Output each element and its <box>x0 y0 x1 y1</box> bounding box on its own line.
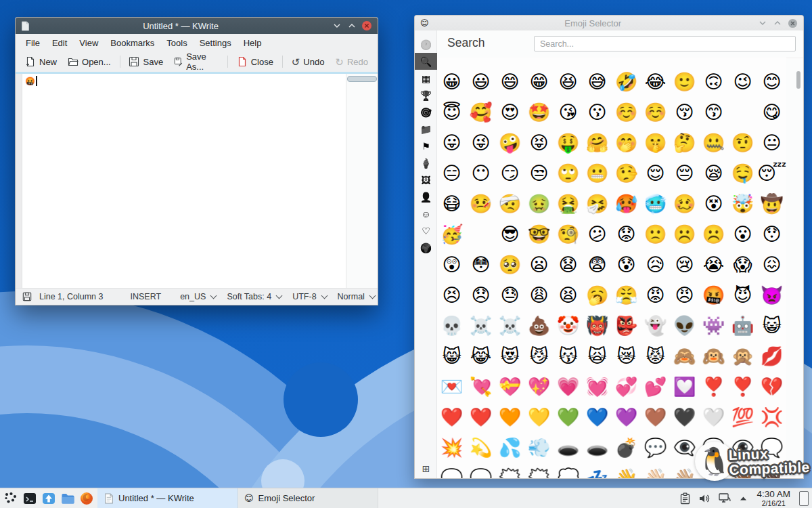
emoji-cell[interactable]: 🙃 <box>699 67 728 98</box>
emoji-cell[interactable]: 👺 <box>612 311 641 341</box>
close-icon[interactable] <box>787 18 798 28</box>
emoji-cell[interactable]: 🕳️ <box>583 433 612 463</box>
emoji-cell[interactable]: ☺️ <box>612 98 641 128</box>
emoji-cell[interactable]: 🤪 <box>495 128 524 158</box>
emoji-cell[interactable]: 💀 <box>437 311 466 341</box>
category-games-icon[interactable]: 🎯 <box>415 104 437 121</box>
emoji-cell[interactable]: 😰 <box>612 250 641 280</box>
category-objects-icon[interactable]: 📁 <box>415 121 437 137</box>
menu-item-tools[interactable]: Tools <box>160 37 193 49</box>
emoji-cell[interactable]: 😾 <box>641 341 670 372</box>
emoji-cell[interactable]: 🤐 <box>699 128 728 158</box>
emoji-cell[interactable]: 💔 <box>757 372 786 402</box>
emoji-cell[interactable]: 👾 <box>699 311 728 341</box>
emoji-cell[interactable]: 😙 <box>699 98 728 128</box>
emoji-cell[interactable]: 👋🏻 <box>641 463 670 478</box>
emoji-cell[interactable]: 😢 <box>670 250 699 280</box>
volume-icon[interactable] <box>698 493 710 504</box>
emoji-cell[interactable]: 💭 <box>554 463 583 478</box>
emoji-cell[interactable]: 😁 <box>524 67 554 98</box>
emoji-cell[interactable]: 👋 <box>612 463 641 478</box>
emoji-cell[interactable]: 😺 <box>757 311 786 341</box>
emoji-cell[interactable]: 😗 <box>583 98 612 128</box>
emoji-cell[interactable]: 🙉 <box>699 341 728 372</box>
network-icon[interactable] <box>718 492 731 504</box>
emoji-cell[interactable]: 😂 <box>641 67 670 98</box>
emoji-cell[interactable]: 🧐 <box>554 219 583 250</box>
menu-item-help[interactable]: Help <box>238 37 268 49</box>
emoji-cell[interactable]: 🤫 <box>641 128 670 158</box>
new-button[interactable]: New <box>20 54 62 69</box>
emoji-cell[interactable]: 😋 <box>757 98 786 128</box>
emoji-cell[interactable]: 😧 <box>554 250 583 280</box>
emoji-cell[interactable]: 💣 <box>612 433 641 463</box>
emoji-cell[interactable]: 🤒 <box>466 189 495 219</box>
highlight-mode-selector[interactable]: Normal <box>338 292 375 301</box>
emoji-cell[interactable]: 🗨️ <box>437 463 466 478</box>
emoji-cell[interactable]: 😌 <box>641 158 670 189</box>
clipboard-icon[interactable] <box>679 492 691 505</box>
emoji-cell[interactable]: 💯 <box>728 402 757 433</box>
emoji-cell[interactable]: 😐 <box>757 128 786 158</box>
emoji-cell[interactable]: 💢 <box>757 402 786 433</box>
input-mode-label[interactable]: INSERT <box>131 292 162 301</box>
emoji-cell[interactable]: 🤖 <box>728 311 757 341</box>
emoji-cell[interactable]: 💜 <box>612 402 641 433</box>
emoji-cell[interactable]: 🗯️ <box>524 463 554 478</box>
emoji-cell[interactable]: 💤 <box>583 463 612 478</box>
emoji-cell[interactable]: 🥶 <box>641 189 670 219</box>
terminal-icon[interactable] <box>22 490 38 507</box>
emoji-cell[interactable]: 🥴 <box>670 189 699 219</box>
software-center-icon[interactable] <box>41 490 57 507</box>
emoji-cell[interactable]: 🥱 <box>583 280 612 311</box>
emoji-cell[interactable]: 🤤 <box>728 158 757 189</box>
emoji-cell[interactable]: 🤠 <box>757 189 786 219</box>
emoji-cell[interactable]: 😿 <box>612 341 641 372</box>
emoji-cell[interactable]: 💓 <box>583 372 612 402</box>
emoji-cell[interactable]: 💦 <box>495 433 524 463</box>
category-activities-icon[interactable]: 🏆 <box>415 87 437 104</box>
emoji-cell[interactable]: 🤕 <box>495 189 524 219</box>
emoji-cell[interactable]: 🖤 <box>670 402 699 433</box>
emoji-cell[interactable]: 😆 <box>554 67 583 98</box>
digital-clock[interactable]: 4:30 AM 2/16/21 <box>757 490 790 507</box>
emoji-cell[interactable]: 😝 <box>524 128 554 158</box>
emoji-cell[interactable]: 😒 <box>524 158 554 189</box>
show-desktop-button[interactable] <box>799 491 809 506</box>
emoji-cell[interactable]: 🤣 <box>612 67 641 98</box>
emoji-cell[interactable]: 💋 <box>757 341 786 372</box>
emoji-cell[interactable]: 🕳️ <box>554 433 583 463</box>
emoji-cell[interactable]: 💚 <box>554 402 583 433</box>
emoji-cell[interactable]: 😥 <box>641 250 670 280</box>
emoji-cell[interactable]: 😳 <box>466 250 495 280</box>
emoji-cell[interactable]: 😎 <box>495 219 524 250</box>
emoji-cell[interactable]: 😵 <box>699 189 728 219</box>
emoji-cell[interactable]: 😈 <box>728 280 757 311</box>
emoji-cell[interactable]: 😠 <box>670 280 699 311</box>
emoji-cell[interactable]: 😇 <box>437 98 466 128</box>
close-document-button[interactable]: Close <box>231 54 279 69</box>
emoji-cell[interactable]: 😞 <box>466 280 495 311</box>
category-smileys-icon[interactable]: ☺ <box>415 205 437 222</box>
emoji-cell[interactable]: 😄 <box>495 67 524 98</box>
emoji-cell[interactable]: 😭 <box>699 250 728 280</box>
emoji-cell[interactable]: ☠️ <box>466 311 495 341</box>
emoji-cell[interactable]: 🥵 <box>612 189 641 219</box>
emoji-cell[interactable]: 😪 <box>699 158 728 189</box>
emoji-cell[interactable]: 💗 <box>554 372 583 402</box>
emoji-cell[interactable]: 💖 <box>524 372 554 402</box>
emoji-cell[interactable]: 😛 <box>437 128 466 158</box>
emoji-selector-titlebar[interactable]: 😊 Emoji Selector <box>415 16 803 30</box>
emoji-cell[interactable]: 🤨 <box>728 128 757 158</box>
maximize-icon[interactable] <box>346 20 357 31</box>
encoding-selector[interactable]: UTF-8 <box>292 292 326 301</box>
category-categories-icon[interactable]: ▦ <box>415 70 437 87</box>
emoji-cell[interactable]: 🙂 <box>670 67 699 98</box>
emoji-cell[interactable]: 🤍 <box>699 402 728 433</box>
emoji-cell[interactable]: 😍 <box>495 98 524 128</box>
emoji-cell[interactable]: 👹 <box>583 311 612 341</box>
tray-expand-icon[interactable] <box>739 495 748 501</box>
emoji-cell[interactable]: 😣 <box>437 280 466 311</box>
emoji-cell[interactable]: 😽 <box>554 341 583 372</box>
emoji-cell[interactable]: 👿 <box>757 280 786 311</box>
